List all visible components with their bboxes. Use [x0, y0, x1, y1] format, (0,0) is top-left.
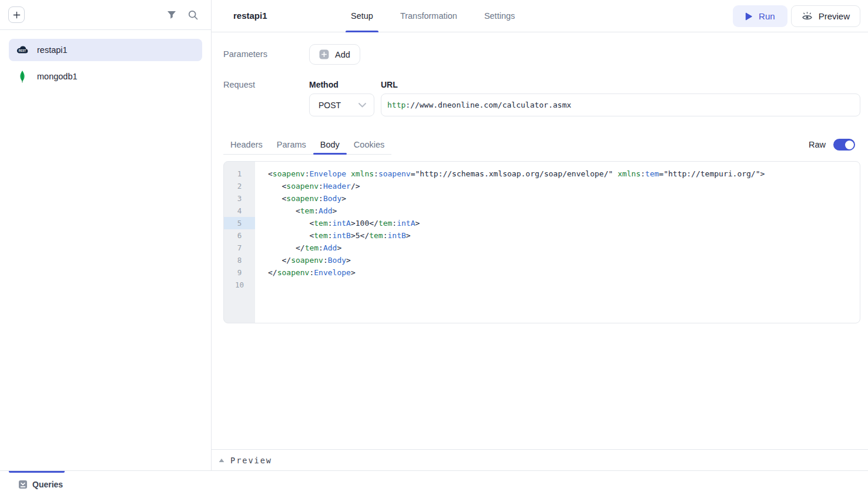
- sidebar-item-mongodb1[interactable]: mongodb1: [9, 65, 202, 88]
- code-line-text: <tem:Add>: [255, 205, 337, 217]
- url-input[interactable]: http://www.dneonline.com/calculator.asmx: [381, 93, 860, 116]
- sidebar-list: REST restapi1 mongodb1: [0, 30, 211, 88]
- line-number: 10: [224, 279, 255, 291]
- search-icon[interactable]: [188, 10, 198, 20]
- add-entity-button[interactable]: [8, 6, 25, 23]
- sidebar-item-label: mongodb1: [37, 72, 78, 81]
- query-title: restapi1: [233, 11, 267, 21]
- mongodb-icon: [19, 70, 26, 83]
- play-icon: [745, 12, 752, 21]
- code-line-text: </soapenv:Body>: [255, 254, 351, 266]
- plus-square-icon: [319, 49, 329, 59]
- line-number: 7: [224, 242, 255, 254]
- code-line-text: <soapenv:Body>: [255, 192, 346, 205]
- add-parameter-button[interactable]: Add: [309, 44, 360, 65]
- code-line: 7 </tem:Add>: [224, 242, 860, 254]
- header-actions: Run Preview: [733, 5, 860, 27]
- main-header: restapi1 SetupTransformationSettings Run: [212, 0, 868, 32]
- body-tab-cookies[interactable]: Cookies: [347, 135, 391, 154]
- collapse-up-icon: [219, 458, 224, 463]
- body-tab-label: Headers: [230, 140, 263, 149]
- toggle-knob: [845, 141, 854, 149]
- body-tab-body[interactable]: Body: [313, 135, 347, 154]
- preview-button[interactable]: Preview: [791, 5, 860, 27]
- line-number: 8: [224, 254, 255, 266]
- rest-api-icon: REST: [15, 45, 29, 55]
- code-line-text: <tem:intB>5</tem:intB>: [255, 229, 411, 242]
- method-field-group: Method POST: [309, 80, 374, 116]
- line-number: 1: [224, 168, 255, 180]
- queries-icon: [18, 480, 28, 489]
- svg-text:REST: REST: [19, 49, 26, 52]
- code-line: 2 <soapenv:Header/>: [224, 180, 860, 192]
- header-tab-transformation[interactable]: Transformation: [395, 0, 463, 32]
- line-number: 3: [224, 192, 255, 205]
- header-tab-setup[interactable]: Setup: [346, 0, 378, 32]
- raw-toggle-group: Raw: [809, 139, 860, 151]
- sidebar-item-restapi1[interactable]: REST restapi1: [9, 39, 202, 61]
- app-shell: REST restapi1 mongodb1 restapi1 SetupTra…: [0, 0, 868, 471]
- method-select-value: POST: [319, 101, 341, 110]
- header-tab-label: Setup: [351, 11, 373, 21]
- body-tab-label: Body: [320, 140, 340, 149]
- body-tabs-row: HeadersParamsBodyCookies Raw: [223, 135, 860, 155]
- header-tabs: SetupTransformationSettings: [346, 0, 520, 32]
- url-label: URL: [381, 80, 860, 89]
- code-line: 5 <tem:intA>100</tem:intA>: [224, 217, 860, 229]
- header-tab-settings[interactable]: Settings: [479, 0, 520, 32]
- eye-icon: [802, 12, 813, 21]
- code-line: 1 <soapenv:Envelope xmlns:soapenv="http:…: [224, 168, 860, 180]
- code-line-text: <soapenv:Header/>: [255, 180, 360, 192]
- sidebar: REST restapi1 mongodb1: [0, 0, 212, 470]
- code-line: 9 </soapenv:Envelope>: [224, 266, 860, 279]
- chevron-down-icon: [358, 103, 366, 108]
- filter-icon[interactable]: [167, 11, 176, 19]
- body-tabs: HeadersParamsBodyCookies: [223, 135, 391, 155]
- parameters-label: Parameters: [223, 44, 309, 59]
- code-line: 6 <tem:intB>5</tem:intB>: [224, 229, 860, 242]
- code-line-text: [255, 279, 268, 291]
- code-line-text: </tem:Add>: [255, 242, 341, 254]
- bottom-bar: Queries: [0, 471, 868, 498]
- bottom-tab-queries[interactable]: Queries: [9, 471, 65, 498]
- preview-button-label: Preview: [819, 11, 850, 21]
- url-field-group: URL http://www.dneonline.com/calculator.…: [381, 80, 860, 116]
- line-number: 4: [224, 205, 255, 217]
- run-button[interactable]: Run: [733, 5, 787, 27]
- raw-toggle-switch[interactable]: [833, 139, 855, 151]
- line-number: 2: [224, 180, 255, 192]
- code-line: 10: [224, 279, 860, 291]
- plus-icon: [12, 11, 21, 19]
- parameters-row: Parameters Add: [223, 44, 860, 65]
- request-label: Request: [223, 80, 309, 89]
- body-tab-label: Params: [277, 140, 306, 149]
- bottom-tab-queries-label: Queries: [32, 480, 63, 489]
- body-tab-headers[interactable]: Headers: [223, 135, 270, 154]
- code-line-text: <tem:intA>100</tem:intA>: [255, 217, 420, 229]
- main-pane: restapi1 SetupTransformationSettings Run: [212, 0, 868, 470]
- request-body-section: HeadersParamsBodyCookies Raw 1 <soapenv:…: [223, 135, 860, 323]
- sidebar-item-label: restapi1: [37, 45, 68, 55]
- line-number: 5: [224, 217, 255, 229]
- url-value-scheme: http: [387, 101, 405, 109]
- response-preview-toggle[interactable]: Preview: [212, 449, 868, 470]
- run-button-label: Run: [759, 11, 775, 21]
- method-label: Method: [309, 80, 374, 89]
- add-parameter-label: Add: [335, 50, 350, 59]
- body-code-editor[interactable]: 1 <soapenv:Envelope xmlns:soapenv="http:…: [223, 161, 860, 323]
- raw-toggle-label: Raw: [809, 140, 826, 149]
- request-row: Request Method POST URL http://www.dneon…: [223, 80, 860, 116]
- line-number: 6: [224, 229, 255, 242]
- response-preview-label: Preview: [230, 456, 272, 465]
- header-tab-label: Transformation: [400, 11, 457, 21]
- code-line: 4 <tem:Add>: [224, 205, 860, 217]
- sidebar-header: [0, 0, 211, 30]
- body-tab-params[interactable]: Params: [270, 135, 313, 154]
- code-line: 8 </soapenv:Body>: [224, 254, 860, 266]
- code-line: 3 <soapenv:Body>: [224, 192, 860, 205]
- line-number: 9: [224, 266, 255, 279]
- method-select[interactable]: POST: [309, 93, 374, 116]
- header-tab-label: Settings: [484, 11, 515, 21]
- code-line-text: <soapenv:Envelope xmlns:soapenv="http://…: [255, 168, 765, 180]
- setup-content: Parameters Add Request Method POST: [212, 32, 868, 449]
